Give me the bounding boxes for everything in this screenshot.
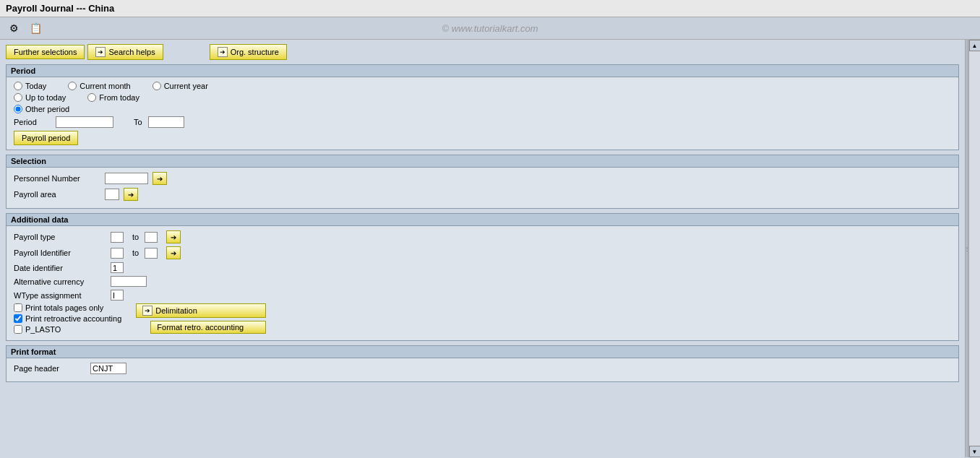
app-title: Payroll Journal --- China (6, 3, 114, 14)
title-bar: Payroll Journal --- China (0, 0, 980, 17)
current-year-radio[interactable] (152, 82, 161, 90)
action-buttons-col: ➔ Delimitation Format retro. accounting (136, 303, 266, 334)
from-today-radio[interactable] (87, 93, 96, 102)
org-structure-label: Org. structure (231, 48, 279, 56)
period-radio-row-1: Today Current month Current year (14, 82, 951, 90)
radio-other-period: Other period (14, 105, 69, 113)
clipboard-icon[interactable]: 📋 (27, 20, 43, 36)
button-bar: Further selections ➔ Search helps ➔ Org.… (6, 44, 959, 60)
selection-section-header: Selection (7, 155, 958, 168)
delimitation-label: Delimitation (155, 306, 197, 315)
period-section: Period Today Current month Current yea (6, 64, 959, 150)
selection-section: Selection Personnel Number ➔ Payroll are… (6, 155, 959, 209)
date-identifier-row: Date identifier (14, 262, 951, 273)
payroll-area-label: Payroll area (14, 190, 100, 199)
checkboxes-col: Print totals pages only Print retroactiv… (14, 303, 121, 336)
print-format-header: Print format (7, 346, 958, 358)
personnel-number-label: Personnel Number (14, 174, 100, 183)
today-label: Today (25, 82, 46, 90)
format-retro-label: Format retro. accounting (157, 323, 244, 332)
period-radio-row-3: Other period (14, 105, 951, 113)
payroll-type-to-input[interactable] (145, 232, 158, 243)
payroll-type-from-input[interactable] (111, 232, 124, 243)
period-to-input[interactable] (148, 116, 184, 128)
wtype-label: WType assignment (14, 291, 108, 300)
p-lasto-row: P_LASTO (14, 325, 121, 334)
other-period-radio[interactable] (14, 105, 22, 113)
period-radio-row-2: Up to today From today (14, 93, 951, 102)
checkboxes-and-buttons: Print totals pages only Print retroactiv… (14, 303, 951, 336)
wtype-row: WType assignment (14, 290, 951, 301)
main-area: Further selections ➔ Search helps ➔ Org.… (0, 40, 980, 457)
further-selections-button[interactable]: Further selections (6, 45, 85, 59)
payroll-type-label: Payroll type (14, 233, 108, 241)
personnel-number-select-btn[interactable]: ➔ (152, 172, 167, 185)
date-identifier-input[interactable] (111, 262, 124, 273)
period-to-label: To (134, 118, 142, 126)
payroll-identifier-select-btn[interactable]: ➔ (166, 246, 181, 259)
print-format-section: Print format Page header (6, 345, 959, 382)
payroll-area-input[interactable] (105, 189, 119, 200)
wtype-input[interactable] (111, 290, 124, 301)
p-lasto-checkbox[interactable] (14, 325, 22, 334)
page-header-input[interactable] (90, 363, 126, 374)
print-format-body: Page header (7, 358, 958, 381)
payroll-identifier-to-label: to (132, 249, 139, 257)
settings-icon[interactable]: ⚙ (6, 20, 22, 36)
period-section-body: Today Current month Current year (7, 77, 958, 150)
payroll-identifier-from-input[interactable] (111, 248, 124, 259)
watermark: © www.tutorialkart.com (442, 23, 538, 34)
personnel-number-row: Personnel Number ➔ (14, 172, 951, 185)
content-area: Further selections ➔ Search helps ➔ Org.… (0, 40, 965, 457)
up-to-today-radio[interactable] (14, 93, 22, 102)
from-today-label: From today (99, 93, 139, 102)
payroll-area-select-btn[interactable]: ➔ (124, 188, 138, 201)
alt-currency-input[interactable] (111, 276, 147, 287)
print-totals-row: Print totals pages only (14, 303, 121, 312)
format-retro-button[interactable]: Format retro. accounting (150, 321, 266, 334)
payroll-type-select-btn[interactable]: ➔ (166, 230, 181, 243)
personnel-number-input[interactable] (105, 173, 148, 184)
print-retro-checkbox[interactable] (14, 314, 22, 323)
payroll-type-row: Payroll type to ➔ (14, 230, 951, 243)
current-month-label: Current month (79, 82, 130, 90)
up-to-today-label: Up to today (25, 93, 66, 102)
alt-currency-label: Alternative currency (14, 277, 108, 286)
current-year-label: Current year (164, 82, 208, 90)
org-structure-button[interactable]: ➔ Org. structure (210, 44, 287, 60)
period-fields-row: Period To (14, 116, 951, 128)
payroll-identifier-row: Payroll Identifier to ➔ (14, 246, 951, 259)
further-selections-label: Further selections (14, 48, 77, 56)
payroll-period-label: Payroll period (22, 134, 70, 142)
scrollbar: ▲ ▼ (968, 40, 980, 457)
scroll-down-btn[interactable]: ▼ (969, 446, 981, 457)
print-totals-label: Print totals pages only (25, 303, 103, 312)
delimitation-button[interactable]: ➔ Delimitation (136, 303, 266, 318)
scroll-up-btn[interactable]: ▲ (969, 40, 981, 51)
radio-today: Today (14, 82, 46, 90)
selection-section-body: Personnel Number ➔ Payroll area ➔ (7, 168, 958, 208)
page-header-row: Page header (14, 363, 951, 374)
current-month-radio[interactable] (68, 82, 77, 90)
page-header-label: Page header (14, 364, 86, 373)
scroll-track (969, 51, 980, 446)
today-radio[interactable] (14, 82, 22, 90)
additional-data-body: Payroll type to ➔ Payroll Identifier to … (7, 226, 958, 340)
additional-data-section: Additional data Payroll type to ➔ Payrol… (6, 213, 959, 341)
radio-up-to-today: Up to today (14, 93, 66, 102)
alt-currency-row: Alternative currency (14, 276, 951, 287)
org-structure-arrow-icon: ➔ (218, 47, 228, 57)
delimitation-arrow-icon: ➔ (142, 306, 152, 316)
payroll-area-row: Payroll area ➔ (14, 188, 951, 201)
p-lasto-label: P_LASTO (25, 325, 61, 334)
print-totals-checkbox[interactable] (14, 303, 22, 312)
payroll-period-button[interactable]: Payroll period (14, 131, 78, 145)
period-from-input[interactable] (56, 116, 113, 128)
search-helps-button[interactable]: ➔ Search helps (87, 44, 163, 60)
search-helps-arrow-icon: ➔ (95, 47, 106, 57)
payroll-identifier-label: Payroll Identifier (14, 249, 108, 257)
toolbar: ⚙ 📋 © www.tutorialkart.com (0, 17, 980, 40)
payroll-identifier-to-input[interactable] (145, 248, 158, 259)
search-helps-label: Search helps (108, 48, 155, 56)
payroll-type-to-label: to (132, 233, 139, 241)
